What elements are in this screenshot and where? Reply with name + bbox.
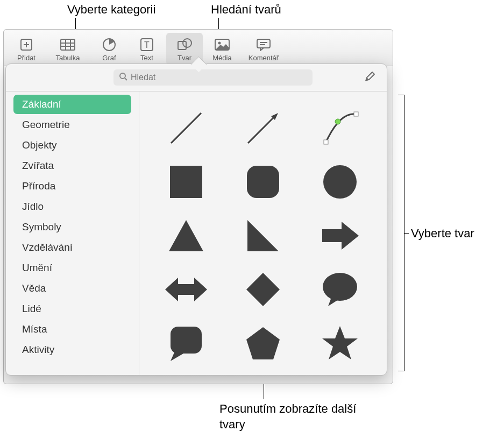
svg-marker-29 <box>169 220 203 251</box>
sidebar-item-nature[interactable]: Příroda <box>13 176 131 196</box>
sidebar-item-label: Zvířata <box>22 160 54 171</box>
svg-line-20 <box>171 113 201 143</box>
comment-icon <box>255 37 272 53</box>
sidebar-item-label: Vzdělávání <box>22 242 73 253</box>
svg-rect-27 <box>247 166 279 198</box>
shape-arrow-left-right[interactable] <box>155 264 216 315</box>
svg-marker-30 <box>247 220 279 251</box>
callout-line <box>404 233 409 234</box>
sidebar-item-label: Aktivity <box>22 344 54 355</box>
svg-marker-32 <box>165 278 207 301</box>
callout-bracket <box>398 95 404 371</box>
popover-body: Základní Geometrie Objekty Zvířata Příro… <box>6 91 387 375</box>
toolbar-label: Přidat <box>17 54 36 62</box>
toolbar-label: Komentář <box>249 54 279 62</box>
shape-speech-bubble-square[interactable] <box>155 317 216 369</box>
svg-rect-15 <box>257 39 270 48</box>
svg-rect-3 <box>61 39 75 50</box>
sidebar-item-basic[interactable]: Základní <box>13 95 131 114</box>
sidebar-item-label: Umění <box>22 262 52 273</box>
toolbar-chart-button[interactable]: Graf <box>91 33 127 65</box>
toolbar-label: Tvar <box>178 54 191 62</box>
svg-marker-35 <box>328 298 340 306</box>
sidebar-item-activities[interactable]: Aktivity <box>13 340 131 359</box>
svg-point-12 <box>183 39 191 47</box>
svg-point-28 <box>323 165 357 199</box>
shape-arrow-right[interactable] <box>310 210 371 262</box>
shape-curve[interactable] <box>310 102 371 154</box>
shape-arrow-line[interactable] <box>232 102 293 154</box>
sidebar-item-label: Lidé <box>22 303 41 314</box>
svg-rect-24 <box>354 112 358 116</box>
sidebar-item-label: Základní <box>22 98 61 110</box>
sidebar-item-people[interactable]: Lidé <box>13 299 131 319</box>
svg-text:T: T <box>144 40 150 50</box>
toolbar-label: Graf <box>102 54 116 62</box>
chart-icon <box>101 37 117 53</box>
shape-triangle[interactable] <box>155 210 216 262</box>
shape-speech-bubble-round[interactable] <box>310 264 371 315</box>
shape-right-triangle[interactable] <box>232 210 293 262</box>
callout-scroll: Posunutím zobrazíte další tvary <box>219 401 359 432</box>
toolbar-table-button[interactable]: Tabulka <box>46 33 90 65</box>
shape-rounded-square[interactable] <box>232 156 293 208</box>
svg-marker-39 <box>322 326 358 359</box>
callout-search: Hledání tvarů <box>211 2 281 18</box>
search-input[interactable] <box>131 73 307 82</box>
toolbar-add-button[interactable]: Přidat <box>8 33 45 65</box>
svg-line-21 <box>248 116 275 143</box>
shape-line[interactable] <box>155 102 216 154</box>
table-icon <box>60 37 76 53</box>
toolbar-label: Tabulka <box>56 54 80 62</box>
svg-point-25 <box>335 119 340 124</box>
shape-star[interactable] <box>310 317 371 369</box>
svg-point-14 <box>218 41 221 44</box>
callout-select-shape: Vyberte tvar <box>411 226 474 242</box>
shape-grid[interactable] <box>139 91 387 375</box>
svg-marker-38 <box>246 327 280 359</box>
pen-icon <box>364 70 376 84</box>
sidebar-item-label: Příroda <box>22 180 55 192</box>
svg-rect-36 <box>171 327 202 354</box>
svg-marker-31 <box>322 222 359 250</box>
sidebar-item-art[interactable]: Umění <box>13 258 131 278</box>
sidebar-item-label: Geometrie <box>22 119 70 130</box>
sidebar-item-symbols[interactable]: Symboly <box>13 217 131 237</box>
shape-diamond[interactable] <box>232 264 293 315</box>
toolbar-label: Text <box>140 54 153 62</box>
sidebar-item-places[interactable]: Místa <box>13 320 131 339</box>
shapes-popover: Základní Geometrie Objekty Zvířata Příro… <box>5 63 387 376</box>
svg-rect-26 <box>170 166 202 198</box>
popover-header <box>6 64 387 91</box>
sidebar-item-label: Objekty <box>22 139 56 151</box>
svg-line-19 <box>125 78 127 80</box>
draw-shape-button[interactable] <box>363 70 377 84</box>
sidebar-item-animals[interactable]: Zvířata <box>13 156 131 175</box>
sidebar-item-education[interactable]: Vzdělávání <box>13 238 131 257</box>
sidebar-item-label: Místa <box>22 323 47 335</box>
svg-point-34 <box>323 273 357 301</box>
sidebar-item-objects[interactable]: Objekty <box>13 136 131 155</box>
shape-pentagon[interactable] <box>232 317 293 369</box>
media-icon <box>214 37 230 53</box>
toolbar-comment-button[interactable]: Komentář <box>242 33 286 65</box>
svg-point-18 <box>120 73 125 79</box>
sidebar-item-label: Věda <box>22 282 46 294</box>
search-field[interactable] <box>113 69 313 86</box>
sidebar-item-label: Jídlo <box>22 201 44 212</box>
plus-page-icon <box>18 37 34 53</box>
category-sidebar: Základní Geometrie Objekty Zvířata Příro… <box>6 91 139 375</box>
callout-category: Vyberte kategorii <box>67 2 155 18</box>
shape-icon <box>176 37 193 53</box>
svg-rect-23 <box>324 140 328 144</box>
sidebar-item-geometry[interactable]: Geometrie <box>13 115 131 135</box>
svg-rect-11 <box>178 41 186 50</box>
shape-circle[interactable] <box>310 156 371 208</box>
sidebar-item-science[interactable]: Věda <box>13 279 131 298</box>
shape-square[interactable] <box>155 156 216 208</box>
text-icon: T <box>139 37 155 53</box>
search-icon <box>119 72 127 83</box>
sidebar-item-food[interactable]: Jídlo <box>13 197 131 216</box>
toolbar-text-button[interactable]: T Text <box>129 33 165 65</box>
toolbar-media-button[interactable]: Média <box>204 33 240 65</box>
